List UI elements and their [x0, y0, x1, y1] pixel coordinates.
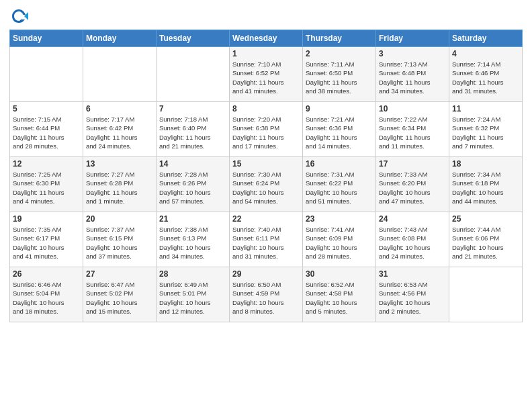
day-cell: 8Sunrise: 7:20 AM Sunset: 6:38 PM Daylig…	[230, 102, 303, 157]
day-number: 21	[159, 214, 226, 224]
day-cell: 3Sunrise: 7:13 AM Sunset: 6:48 PM Daylig…	[376, 47, 449, 102]
day-cell	[83, 47, 157, 102]
day-number: 6	[86, 104, 153, 113]
day-number: 24	[379, 214, 446, 224]
day-info: Sunrise: 7:22 AM Sunset: 6:34 PM Dayligh…	[379, 115, 446, 150]
day-info: Sunrise: 7:13 AM Sunset: 6:48 PM Dayligh…	[379, 60, 446, 95]
day-info: Sunrise: 7:31 AM Sunset: 6:22 PM Dayligh…	[306, 170, 373, 205]
day-cell: 4Sunrise: 7:14 AM Sunset: 6:46 PM Daylig…	[449, 47, 523, 102]
day-info: Sunrise: 7:21 AM Sunset: 6:36 PM Dayligh…	[306, 115, 373, 150]
day-cell: 25Sunrise: 7:44 AM Sunset: 6:06 PM Dayli…	[449, 212, 523, 267]
header	[9, 7, 523, 26]
day-info: Sunrise: 7:15 AM Sunset: 6:44 PM Dayligh…	[13, 115, 80, 150]
day-cell: 19Sunrise: 7:35 AM Sunset: 6:17 PM Dayli…	[10, 212, 83, 267]
day-number: 31	[379, 269, 446, 279]
day-cell: 31Sunrise: 6:53 AM Sunset: 4:56 PM Dayli…	[376, 267, 449, 322]
day-cell: 23Sunrise: 7:41 AM Sunset: 6:09 PM Dayli…	[303, 212, 376, 267]
day-info: Sunrise: 7:43 AM Sunset: 6:08 PM Dayligh…	[379, 225, 446, 261]
day-info: Sunrise: 7:37 AM Sunset: 6:15 PM Dayligh…	[86, 225, 153, 261]
day-cell: 11Sunrise: 7:24 AM Sunset: 6:32 PM Dayli…	[449, 102, 523, 157]
day-number: 12	[13, 159, 80, 169]
day-number: 15	[232, 159, 300, 169]
day-number: 7	[159, 104, 226, 113]
day-info: Sunrise: 6:47 AM Sunset: 5:02 PM Dayligh…	[86, 280, 153, 316]
day-cell: 17Sunrise: 7:33 AM Sunset: 6:20 PM Dayli…	[376, 157, 449, 212]
day-info: Sunrise: 7:44 AM Sunset: 6:06 PM Dayligh…	[452, 225, 519, 261]
day-number: 13	[86, 159, 153, 169]
day-number: 11	[452, 104, 519, 113]
col-header-friday: Friday	[376, 30, 449, 47]
day-number: 29	[232, 269, 300, 279]
day-number: 25	[452, 214, 519, 224]
day-cell: 7Sunrise: 7:18 AM Sunset: 6:40 PM Daylig…	[157, 102, 230, 157]
day-info: Sunrise: 6:46 AM Sunset: 5:04 PM Dayligh…	[13, 280, 80, 316]
logo-icon	[9, 7, 28, 26]
col-header-saturday: Saturday	[449, 30, 523, 47]
day-cell: 2Sunrise: 7:11 AM Sunset: 6:50 PM Daylig…	[303, 47, 376, 102]
col-header-thursday: Thursday	[303, 30, 376, 47]
day-number: 27	[86, 269, 153, 279]
day-info: Sunrise: 7:30 AM Sunset: 6:24 PM Dayligh…	[232, 170, 300, 205]
day-cell: 12Sunrise: 7:25 AM Sunset: 6:30 PM Dayli…	[10, 157, 83, 212]
day-info: Sunrise: 7:40 AM Sunset: 6:11 PM Dayligh…	[232, 225, 300, 261]
day-info: Sunrise: 7:18 AM Sunset: 6:40 PM Dayligh…	[159, 115, 226, 150]
day-info: Sunrise: 7:35 AM Sunset: 6:17 PM Dayligh…	[13, 225, 80, 261]
day-cell	[157, 47, 230, 102]
day-number: 5	[13, 104, 80, 113]
day-info: Sunrise: 7:33 AM Sunset: 6:20 PM Dayligh…	[379, 170, 446, 205]
day-info: Sunrise: 7:41 AM Sunset: 6:09 PM Dayligh…	[306, 225, 373, 261]
day-number: 30	[306, 269, 373, 279]
day-number: 3	[379, 49, 446, 58]
day-info: Sunrise: 7:25 AM Sunset: 6:30 PM Dayligh…	[13, 170, 80, 205]
day-number: 19	[13, 214, 80, 224]
day-cell: 27Sunrise: 6:47 AM Sunset: 5:02 PM Dayli…	[83, 267, 157, 322]
logo	[9, 7, 31, 26]
calendar: SundayMondayTuesdayWednesdayThursdayFrid…	[9, 30, 523, 322]
day-cell: 22Sunrise: 7:40 AM Sunset: 6:11 PM Dayli…	[230, 212, 303, 267]
day-cell: 5Sunrise: 7:15 AM Sunset: 6:44 PM Daylig…	[10, 102, 83, 157]
day-cell: 24Sunrise: 7:43 AM Sunset: 6:08 PM Dayli…	[376, 212, 449, 267]
day-cell: 20Sunrise: 7:37 AM Sunset: 6:15 PM Dayli…	[83, 212, 157, 267]
day-number: 4	[452, 49, 519, 58]
day-number: 28	[159, 269, 226, 279]
day-number: 9	[306, 104, 373, 113]
col-header-wednesday: Wednesday	[230, 30, 303, 47]
day-number: 18	[452, 159, 519, 169]
day-number: 20	[86, 214, 153, 224]
day-cell: 26Sunrise: 6:46 AM Sunset: 5:04 PM Dayli…	[10, 267, 83, 322]
day-cell: 9Sunrise: 7:21 AM Sunset: 6:36 PM Daylig…	[303, 102, 376, 157]
day-info: Sunrise: 7:10 AM Sunset: 6:52 PM Dayligh…	[232, 60, 300, 95]
day-info: Sunrise: 7:38 AM Sunset: 6:13 PM Dayligh…	[159, 225, 226, 261]
day-cell: 1Sunrise: 7:10 AM Sunset: 6:52 PM Daylig…	[230, 47, 303, 102]
day-cell: 10Sunrise: 7:22 AM Sunset: 6:34 PM Dayli…	[376, 102, 449, 157]
day-info: Sunrise: 7:28 AM Sunset: 6:26 PM Dayligh…	[159, 170, 226, 205]
day-info: Sunrise: 7:24 AM Sunset: 6:32 PM Dayligh…	[452, 115, 519, 150]
week-row-4: 19Sunrise: 7:35 AM Sunset: 6:17 PM Dayli…	[10, 212, 523, 267]
day-info: Sunrise: 6:50 AM Sunset: 4:59 PM Dayligh…	[232, 280, 300, 316]
day-info: Sunrise: 7:34 AM Sunset: 6:18 PM Dayligh…	[452, 170, 519, 205]
day-number: 14	[159, 159, 226, 169]
day-number: 2	[306, 49, 373, 58]
day-cell	[449, 267, 523, 322]
day-cell: 18Sunrise: 7:34 AM Sunset: 6:18 PM Dayli…	[449, 157, 523, 212]
day-info: Sunrise: 7:11 AM Sunset: 6:50 PM Dayligh…	[306, 60, 373, 95]
day-number: 1	[232, 49, 300, 58]
week-row-5: 26Sunrise: 6:46 AM Sunset: 5:04 PM Dayli…	[10, 267, 523, 322]
day-number: 10	[379, 104, 446, 113]
day-info: Sunrise: 7:27 AM Sunset: 6:28 PM Dayligh…	[86, 170, 153, 205]
day-info: Sunrise: 6:49 AM Sunset: 5:01 PM Dayligh…	[159, 280, 226, 316]
day-cell: 13Sunrise: 7:27 AM Sunset: 6:28 PM Dayli…	[83, 157, 157, 212]
day-cell: 21Sunrise: 7:38 AM Sunset: 6:13 PM Dayli…	[157, 212, 230, 267]
day-cell: 16Sunrise: 7:31 AM Sunset: 6:22 PM Dayli…	[303, 157, 376, 212]
day-cell: 6Sunrise: 7:17 AM Sunset: 6:42 PM Daylig…	[83, 102, 157, 157]
col-header-monday: Monday	[83, 30, 157, 47]
day-cell: 14Sunrise: 7:28 AM Sunset: 6:26 PM Dayli…	[157, 157, 230, 212]
day-cell	[10, 47, 83, 102]
day-info: Sunrise: 7:20 AM Sunset: 6:38 PM Dayligh…	[232, 115, 300, 150]
week-row-2: 5Sunrise: 7:15 AM Sunset: 6:44 PM Daylig…	[10, 102, 523, 157]
week-row-1: 1Sunrise: 7:10 AM Sunset: 6:52 PM Daylig…	[10, 47, 523, 102]
week-row-3: 12Sunrise: 7:25 AM Sunset: 6:30 PM Dayli…	[10, 157, 523, 212]
day-info: Sunrise: 7:17 AM Sunset: 6:42 PM Dayligh…	[86, 115, 153, 150]
day-info: Sunrise: 6:53 AM Sunset: 4:56 PM Dayligh…	[379, 280, 446, 316]
day-number: 23	[306, 214, 373, 224]
